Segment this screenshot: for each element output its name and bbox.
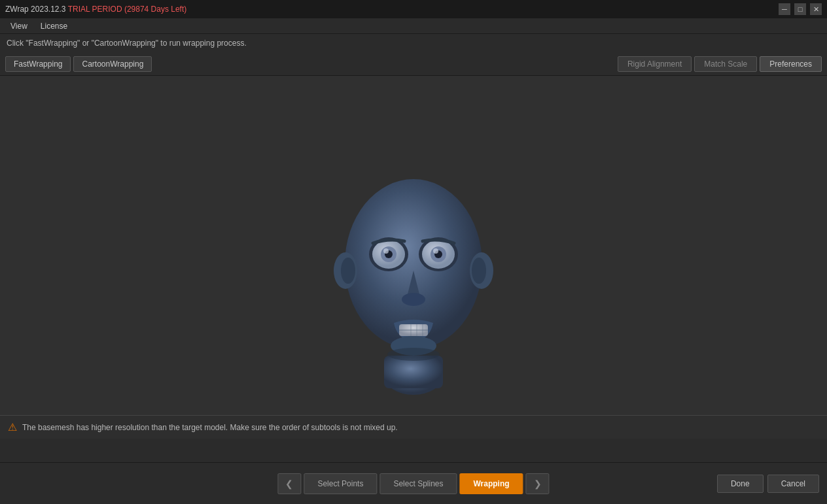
svg-point-17 bbox=[402, 293, 425, 306]
title-text: ZWrap 2023.12.3 TRIAL PERIOD (29874 Days… bbox=[5, 5, 186, 14]
menu-view[interactable]: View bbox=[4, 20, 34, 32]
title-bar: ZWrap 2023.12.3 TRIAL PERIOD (29874 Days… bbox=[0, 0, 827, 18]
toolbar-right: Rigid Alignment Match Scale Preferences bbox=[618, 56, 822, 72]
menu-license[interactable]: License bbox=[34, 20, 74, 32]
select-splines-step[interactable]: Select Splines bbox=[379, 473, 457, 494]
fast-wrapping-button[interactable]: FastWrapping bbox=[5, 56, 71, 72]
toolbar: FastWrapping CartoonWrapping Rigid Align… bbox=[0, 52, 827, 76]
viewport[interactable] bbox=[0, 76, 827, 439]
app-name: ZWrap 2023.12.3 bbox=[5, 5, 66, 14]
bottom-navigation: ❮ Select Points Select Splines Wrapping … bbox=[277, 473, 549, 494]
warning-icon: ⚠ bbox=[8, 421, 17, 433]
svg-point-4 bbox=[341, 258, 355, 284]
menu-bar: View License bbox=[0, 18, 827, 34]
cartoon-wrapping-button[interactable]: CartoonWrapping bbox=[73, 56, 152, 72]
trial-text: TRIAL PERIOD (29874 Days Left) bbox=[68, 5, 187, 14]
svg-point-16 bbox=[433, 248, 438, 254]
minimize-button[interactable]: ─ bbox=[779, 3, 790, 15]
warning-text: The basemesh has higher resolution than … bbox=[22, 423, 398, 432]
cancel-button[interactable]: Cancel bbox=[767, 475, 819, 493]
maximize-button[interactable]: □ bbox=[794, 3, 806, 15]
instruction-text: Click "FastWrapping" or "CartoonWrapping… bbox=[7, 39, 247, 48]
done-button[interactable]: Done bbox=[717, 475, 764, 493]
instruction-bar: Click "FastWrapping" or "CartoonWrapping… bbox=[0, 34, 827, 52]
match-scale-button[interactable]: Match Scale bbox=[694, 56, 757, 72]
preferences-button[interactable]: Preferences bbox=[760, 56, 822, 72]
3d-head-model bbox=[315, 114, 512, 401]
close-button[interactable]: ✕ bbox=[810, 3, 822, 15]
toolbar-left: FastWrapping CartoonWrapping bbox=[5, 56, 152, 72]
svg-point-11 bbox=[383, 248, 389, 254]
next-step-button[interactable]: ❯ bbox=[526, 473, 550, 494]
select-points-step[interactable]: Select Points bbox=[304, 473, 377, 494]
warning-bar: ⚠ The basemesh has higher resolution tha… bbox=[0, 415, 827, 439]
prev-step-button[interactable]: ❮ bbox=[277, 473, 301, 494]
window-controls: ─ □ ✕ bbox=[779, 3, 822, 15]
bottom-bar: ❮ Select Points Select Splines Wrapping … bbox=[0, 462, 827, 504]
wrapping-step[interactable]: Wrapping bbox=[459, 473, 523, 494]
rigid-alignment-button[interactable]: Rigid Alignment bbox=[618, 56, 692, 72]
svg-point-25 bbox=[387, 348, 440, 361]
svg-point-6 bbox=[472, 258, 486, 284]
done-cancel-buttons: Done Cancel bbox=[717, 475, 819, 493]
